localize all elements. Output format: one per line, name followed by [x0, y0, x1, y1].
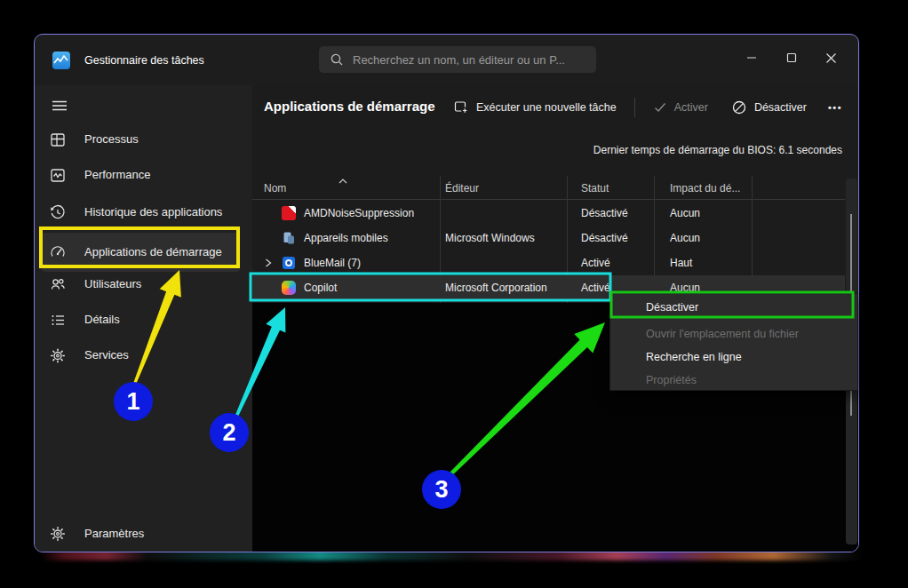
sidebar-item-label: Processus [84, 132, 142, 147]
users-icon [49, 275, 67, 293]
sidebar-item-performance[interactable]: Performance [42, 158, 240, 192]
block-icon [731, 99, 747, 115]
context-menu-item-proprietes: Propriétés [610, 369, 857, 392]
row-impact: Aucun [670, 232, 700, 244]
step-badge-2: 2 [210, 413, 249, 452]
context-menu-item-recherche-en-ligne[interactable]: Recherche en ligne [610, 346, 857, 369]
sidebar-item-historique[interactable]: Historique des applications [42, 192, 240, 233]
amd-noise-suppression-icon [282, 206, 296, 220]
sidebar-item-label: Utilisateurs [84, 277, 145, 291]
sidebar-item-applications-demarrage[interactable]: Applications de démarrage [42, 233, 240, 272]
context-menu-item-ouvrir-emplacement: Ouvrir l'emplacement du fichier [610, 322, 857, 346]
settings-gear-icon [49, 525, 67, 543]
mobile-devices-icon [282, 231, 296, 245]
sidebar-item-processus[interactable]: Processus [42, 123, 240, 156]
toolbar-divider [634, 98, 635, 117]
run-new-task-label: Exécuter une nouvelle tâche [476, 101, 617, 114]
run-new-task-icon [453, 99, 469, 115]
row-name: AMDNoiseSuppression [304, 207, 414, 219]
column-header-nom[interactable]: Nom [264, 182, 286, 195]
badge-number: 1 [126, 388, 139, 416]
row-status: Activé [581, 282, 610, 294]
badge-number: 3 [434, 476, 448, 504]
enable-label: Activer [674, 101, 708, 114]
copilot-icon [282, 281, 296, 295]
sort-ascending-icon [338, 178, 348, 185]
table-row-appareils-mobiles[interactable]: Appareils mobiles Microsoft Windows Désa… [252, 226, 845, 250]
row-status: Désactivé [581, 232, 628, 244]
bios-boot-time: Dernier temps de démarrage du BIOS: 6.1 … [593, 144, 842, 156]
page-title: Applications de démarrage [264, 99, 435, 114]
row-name: Copilot [304, 282, 337, 294]
row-publisher: Microsoft Corporation [445, 282, 547, 294]
sidebar-item-label: Performance [84, 168, 154, 182]
sidebar-item-label: Détails [84, 313, 123, 327]
step-badge-3: 3 [422, 470, 461, 509]
task-manager-app-icon [52, 52, 70, 69]
services-icon [49, 346, 67, 364]
more-options-button[interactable]: ••• [821, 94, 849, 121]
details-icon [49, 311, 67, 329]
column-header-impact[interactable]: Impact du dé... [670, 182, 740, 195]
row-status: Désactivé [581, 207, 628, 219]
context-menu: Désactiver Ouvrir l'emplacement du fichi… [609, 293, 858, 391]
close-button[interactable] [811, 42, 851, 74]
search-box[interactable] [319, 46, 596, 73]
table-row-bluemail[interactable]: BlueMail (7) Activé Haut [252, 250, 845, 275]
disable-button[interactable]: Désactiver [722, 94, 816, 121]
minimize-button[interactable] [731, 42, 771, 74]
sidebar-item-label: Paramètres [84, 527, 147, 541]
sidebar-item-label: Applications de démarrage [84, 245, 226, 259]
row-status: Activé [581, 257, 610, 269]
check-icon [653, 100, 667, 115]
enable-button: Activer [644, 94, 717, 121]
processes-icon [49, 131, 67, 148]
context-menu-item-desactiver[interactable]: Désactiver [610, 296, 857, 319]
hamburger-icon [51, 97, 68, 115]
bluemail-icon [282, 256, 296, 270]
sidebar-item-parametres[interactable]: Paramètres [42, 517, 240, 551]
sidebar-item-label: Historique des applications [84, 205, 226, 219]
row-name: Appareils mobiles [304, 232, 388, 244]
sidebar: Processus Performance [35, 85, 252, 552]
startup-apps-icon [49, 243, 67, 261]
badge-number: 2 [222, 419, 235, 447]
row-impact: Haut [670, 257, 692, 269]
sidebar-item-label: Services [84, 348, 132, 362]
row-name: BlueMail (7) [304, 257, 361, 269]
expand-chevron-icon[interactable] [264, 258, 273, 268]
window-controls [731, 42, 851, 74]
app-history-icon [49, 203, 67, 221]
search-icon [330, 52, 344, 67]
maximize-button[interactable] [771, 42, 811, 74]
run-new-task-button[interactable]: Exécuter une nouvelle tâche [444, 94, 625, 121]
window-title: Gestionnaire des tâches [84, 54, 204, 67]
search-input[interactable] [353, 53, 585, 67]
row-publisher: Microsoft Windows [445, 232, 535, 244]
navigation-menu-button[interactable] [42, 91, 77, 121]
performance-icon [49, 166, 67, 184]
sidebar-item-utilisateurs[interactable]: Utilisateurs [42, 267, 240, 301]
sidebar-item-services[interactable]: Services [42, 338, 240, 372]
titlebar: Gestionnaire des tâches [35, 35, 858, 85]
column-header-statut[interactable]: Statut [581, 182, 609, 195]
sidebar-item-details[interactable]: Détails [42, 303, 240, 337]
row-impact: Aucun [670, 207, 700, 219]
disable-label: Désactiver [754, 101, 807, 114]
toolbar: Exécuter une nouvelle tâche Activer [444, 94, 849, 121]
table-row-amdnoisesuppression[interactable]: AMDNoiseSuppression Désactivé Aucun [252, 201, 845, 226]
column-header-editeur[interactable]: Éditeur [445, 182, 479, 195]
step-badge-1: 1 [114, 382, 153, 421]
desktop-background: Gestionnaire des tâches [0, 0, 908, 588]
row-impact: Aucun [670, 282, 700, 294]
ellipsis-icon: ••• [828, 102, 842, 113]
table-header: Nom Éditeur Statut Impact du dé... [252, 176, 845, 200]
